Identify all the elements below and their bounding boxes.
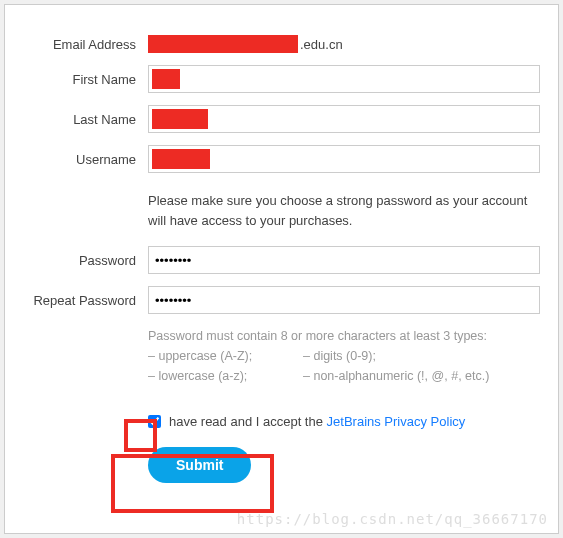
- password-helper-text: Please make sure you choose a strong pas…: [148, 191, 540, 230]
- row-last-name: Last Name: [23, 105, 540, 133]
- password-label: Password: [23, 253, 148, 268]
- hint-digits: – digits (0-9);: [303, 346, 540, 366]
- redacted-username: [152, 149, 210, 169]
- row-email: Email Address .edu.cn: [23, 35, 540, 53]
- row-first-name: First Name: [23, 65, 540, 93]
- first-name-label: First Name: [23, 72, 148, 87]
- email-value: .edu.cn: [148, 35, 540, 53]
- email-label: Email Address: [23, 37, 148, 52]
- last-name-label: Last Name: [23, 112, 148, 127]
- hint-header: Password must contain 8 or more characte…: [148, 326, 540, 346]
- password-hint: Password must contain 8 or more characte…: [148, 326, 540, 386]
- row-username: Username: [23, 145, 540, 173]
- agree-row: have read and I accept the JetBrains Pri…: [148, 414, 540, 429]
- agree-checkbox[interactable]: [148, 415, 161, 428]
- repeat-password-input[interactable]: [148, 286, 540, 314]
- hint-lowercase: – lowercase (a-z);: [148, 366, 303, 386]
- password-input[interactable]: [148, 246, 540, 274]
- agree-text: have read and I accept the: [169, 414, 327, 429]
- redacted-first-name: [152, 69, 180, 89]
- hint-uppercase: – uppercase (A-Z);: [148, 346, 303, 366]
- row-password: Password: [23, 246, 540, 274]
- first-name-input[interactable]: [148, 65, 540, 93]
- redacted-email: [148, 35, 298, 53]
- watermark-text: https://blog.csdn.net/qq_36667170: [237, 511, 548, 527]
- redacted-last-name: [152, 109, 208, 129]
- username-label: Username: [23, 152, 148, 167]
- repeat-password-label: Repeat Password: [23, 293, 148, 308]
- form-container: Email Address .edu.cn First Name Last Na…: [4, 4, 559, 534]
- hint-nonalpha: – non-alphanumeric (!, @, #, etc.): [303, 366, 540, 386]
- email-suffix: .edu.cn: [300, 37, 343, 52]
- row-repeat-password: Repeat Password: [23, 286, 540, 314]
- privacy-policy-link[interactable]: JetBrains Privacy Policy: [327, 414, 466, 429]
- submit-button[interactable]: Submit: [148, 447, 251, 483]
